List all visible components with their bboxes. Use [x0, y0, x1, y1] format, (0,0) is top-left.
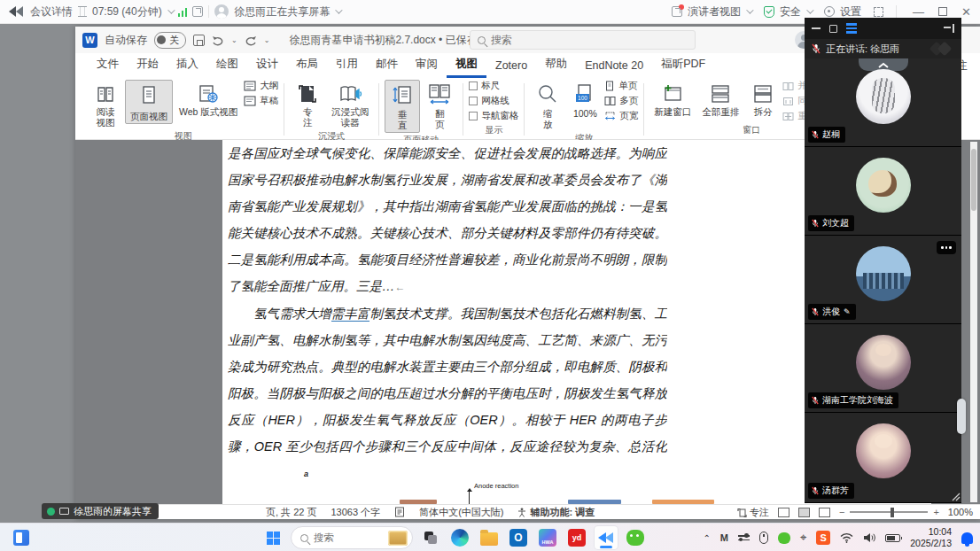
- tab-endnote[interactable]: EndNote 20: [576, 55, 652, 78]
- wechat-button[interactable]: [624, 526, 647, 549]
- focus-button[interactable]: 专注: [290, 80, 325, 129]
- sidebar-list-view-icon[interactable]: [846, 23, 857, 34]
- document-text[interactable]: 是各国应对全球气候变化、保障能源安全、促进社会发展的战略选择。为响应国家号召积极…: [228, 140, 667, 466]
- close-button[interactable]: ✕: [961, 5, 971, 19]
- tab-design[interactable]: 设计: [247, 52, 287, 78]
- sidebar-minimize-icon[interactable]: [812, 27, 821, 29]
- tab-help[interactable]: 帮助: [536, 52, 576, 78]
- sidebar-collapse-panel-icon[interactable]: [944, 24, 954, 33]
- zoom-100-button[interactable]: 100 100%: [567, 80, 603, 120]
- sidebar-window-icon[interactable]: [829, 25, 837, 33]
- more-options-button[interactable]: [937, 241, 956, 254]
- search-promo-badge-icon[interactable]: [388, 531, 408, 546]
- read-mode-view-button[interactable]: [778, 508, 789, 517]
- redo-button[interactable]: [245, 35, 257, 46]
- timer-chevron-icon[interactable]: [167, 6, 175, 13]
- outline-button[interactable]: 大纲: [244, 80, 278, 92]
- security-button[interactable]: 安全: [764, 4, 812, 19]
- start-button[interactable]: [261, 526, 284, 549]
- read-view-button[interactable]: 阅读视图: [88, 80, 123, 129]
- tab-view[interactable]: 视图: [447, 52, 486, 78]
- fullscreen-icon[interactable]: [874, 7, 883, 17]
- language-status[interactable]: 简体中文(中国大陆): [419, 506, 503, 519]
- page-info[interactable]: 页, 共 22 页: [266, 506, 316, 519]
- tab-file[interactable]: 文件: [88, 52, 128, 78]
- one-page-button[interactable]: 单页: [604, 80, 638, 92]
- tab-review[interactable]: 审阅: [407, 52, 447, 78]
- search-input[interactable]: [491, 34, 650, 46]
- print-layout-button[interactable]: 页面视图: [125, 80, 173, 124]
- maximize-button[interactable]: [938, 7, 947, 16]
- vertical-scrollbar[interactable]: [970, 142, 977, 502]
- scrollbar-thumb[interactable]: [971, 149, 976, 211]
- sharing-chevron-icon[interactable]: [335, 6, 342, 13]
- taskbar-search-input[interactable]: [314, 532, 376, 543]
- mouse-settings-icon[interactable]: [759, 532, 768, 544]
- battery-icon[interactable]: [885, 534, 900, 542]
- participant-tile[interactable]: 汤群芳: [805, 413, 961, 502]
- web-layout-view-button[interactable]: [819, 508, 830, 517]
- page-width-button[interactable]: 页宽: [604, 110, 638, 122]
- vertical-button[interactable]: 垂直: [385, 80, 420, 133]
- tab-layout[interactable]: 布局: [287, 52, 327, 78]
- input-indicator-icon[interactable]: M: [720, 532, 728, 543]
- sidebar-edge-handle[interactable]: [957, 399, 966, 434]
- minimize-button[interactable]: —: [913, 5, 924, 19]
- paragraph-2[interactable]: 氢气需求大增需丰富制氢技术支撑。我国制氢技术包括化石燃料制氢、工业副产氢、电解水…: [228, 300, 667, 466]
- network-signal-icon[interactable]: [178, 7, 188, 17]
- settings-button[interactable]: 设置: [824, 4, 861, 19]
- word-search-box[interactable]: [470, 30, 696, 50]
- participant-tile[interactable]: 赵桐: [805, 58, 961, 146]
- zoom-thumb[interactable]: [891, 508, 894, 517]
- hidden-icons-button[interactable]: ⌃: [703, 533, 710, 543]
- zoom-in-button[interactable]: +: [933, 507, 938, 517]
- tab-home[interactable]: 开始: [128, 52, 167, 78]
- redo-chevron-icon[interactable]: ⌄: [264, 36, 270, 44]
- arrange-all-button[interactable]: 全部重排: [697, 80, 743, 119]
- undo-button[interactable]: [212, 35, 224, 46]
- zoom-slider[interactable]: − +: [839, 507, 939, 517]
- youdao-dict-button[interactable]: yd: [565, 526, 588, 549]
- autosave-toggle[interactable]: 关: [154, 32, 186, 49]
- open-window-icon[interactable]: [192, 6, 203, 17]
- meeting-timer[interactable]: 07:59 (40分钟): [92, 4, 162, 19]
- taskbar-search[interactable]: [291, 526, 413, 549]
- notification-bell-icon[interactable]: [961, 532, 973, 544]
- multi-page-button[interactable]: 多页: [604, 95, 638, 107]
- hwa-app-button[interactable]: HWA: [536, 526, 559, 549]
- ruler-checkbox[interactable]: 标尺: [469, 80, 518, 92]
- resize-handle[interactable]: [950, 491, 961, 501]
- print-layout-view-button[interactable]: [798, 508, 810, 517]
- checkbox-icon[interactable]: [469, 112, 478, 120]
- tab-insert[interactable]: 插入: [167, 52, 207, 78]
- participant-tile[interactable]: 刘文超: [805, 147, 961, 235]
- nav-pane-checkbox[interactable]: 导航窗格: [469, 110, 518, 122]
- zoom-track[interactable]: [850, 511, 928, 512]
- tab-draw[interactable]: 绘图: [207, 52, 247, 78]
- screen-clip-icon[interactable]: ⌖: [800, 531, 806, 545]
- tencent-meeting-button[interactable]: [595, 526, 618, 549]
- zoom-percentage[interactable]: 100%: [948, 507, 973, 517]
- document-title[interactable]: 徐思雨青基申请书初稿2.7.docx • 已保存: [289, 33, 477, 48]
- split-button[interactable]: 拆分: [745, 80, 781, 119]
- edge-button[interactable]: [448, 526, 471, 549]
- sogou-input-icon[interactable]: S: [816, 531, 830, 545]
- file-explorer-button[interactable]: [478, 526, 501, 549]
- checkbox-icon[interactable]: [469, 81, 478, 90]
- taskbar-clock[interactable]: 10:04 2025/2/13: [910, 526, 952, 549]
- save-button[interactable]: [193, 35, 205, 46]
- zoom-button[interactable]: 缩放: [530, 80, 565, 131]
- wechat-tray-icon[interactable]: [778, 532, 790, 544]
- participant-tile[interactable]: 洪俊 ✎: [805, 236, 961, 323]
- proofing-icon[interactable]: [394, 507, 405, 517]
- undo-chevron-icon[interactable]: ⌄: [231, 36, 237, 44]
- tab-mailings[interactable]: 邮件: [367, 52, 407, 78]
- draft-button[interactable]: 草稿: [244, 95, 278, 107]
- checkbox-icon[interactable]: [469, 97, 478, 105]
- meeting-details-button[interactable]: 会议详情: [30, 4, 73, 19]
- figure-top-clipped[interactable]: a Anode reaction: [222, 470, 896, 504]
- sharing-status[interactable]: 徐思雨正在共享屏幕: [234, 4, 330, 19]
- web-layout-button[interactable]: Web 版式视图: [175, 80, 242, 119]
- accessibility-status[interactable]: 辅助功能: 调查: [517, 506, 595, 519]
- outlook-button[interactable]: O: [507, 526, 530, 549]
